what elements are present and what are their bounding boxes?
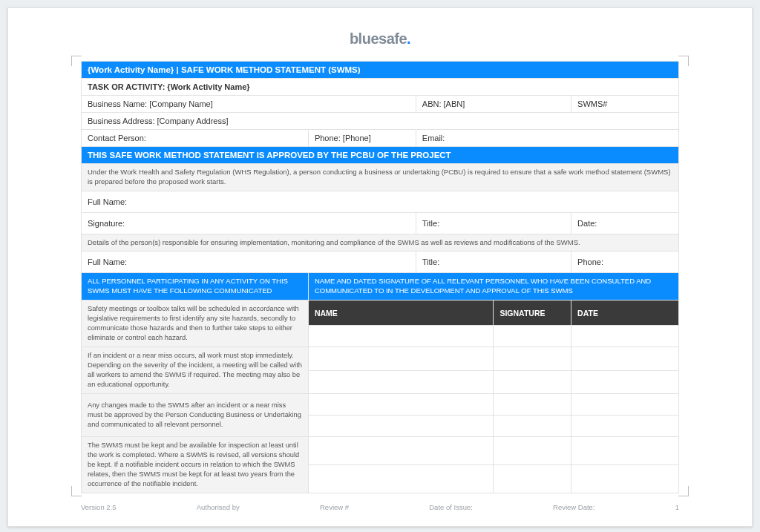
sig-row-name (308, 416, 494, 437)
footer-version: Version 2.5 (81, 503, 117, 511)
sig-head-date: DATE (571, 301, 679, 326)
approver-fullname: Full Name: (82, 191, 679, 212)
footer-reviewdate: Review Date: (553, 503, 595, 511)
sig-head-name: NAME (308, 301, 494, 326)
footer-issue: Date of Issue: (429, 503, 473, 511)
swms-table: {Work Activity Name} | SAFE WORK METHOD … (81, 61, 679, 493)
sig-row-signature (494, 347, 571, 371)
approver-title: Title: (416, 212, 571, 234)
sig-row-name (308, 394, 494, 416)
sig-row-date (571, 394, 679, 416)
footer-review: Review # (320, 503, 349, 511)
sig-row-date (571, 347, 679, 371)
responsible-fullname: Full Name: (82, 252, 416, 273)
approver-date: Date: (571, 212, 679, 234)
approver-signature: Signature: (82, 212, 416, 234)
sig-row-date (571, 465, 679, 493)
responsible-phone: Phone: (571, 252, 679, 273)
para-3: Any changes made to the SWMS after an in… (82, 394, 309, 437)
sig-row-date (571, 326, 679, 347)
business-name-cell: Business Name: [Company Name] (82, 96, 416, 113)
communication-right-header: NAME AND DATED SIGNATURE OF ALL RELEVANT… (308, 273, 678, 301)
phone-cell: Phone: [Phone] (308, 130, 416, 147)
contact-person-cell: Contact Person: (82, 130, 309, 147)
document-body: {Work Activity Name} | SAFE WORK METHOD … (81, 61, 679, 493)
sig-row-date (571, 416, 679, 437)
abn-cell: ABN: [ABN] (416, 96, 571, 113)
sig-row-signature (494, 416, 571, 437)
crop-mark-icon (71, 486, 82, 496)
whs-text: Under the Work Health and Safety Regulat… (82, 164, 679, 191)
sig-row-signature (494, 465, 571, 493)
sig-row-date (571, 437, 679, 465)
sig-head-signature: SIGNATURE (494, 301, 571, 326)
approval-bar: THIS SAFE WORK METHOD STATEMENT IS APPRO… (82, 147, 679, 164)
brand-logo: bluesafe. (8, 30, 752, 47)
footer-page: 1 (675, 503, 679, 511)
sig-row-signature (494, 437, 571, 465)
sig-row-name (308, 437, 494, 465)
crop-mark-icon (678, 56, 689, 66)
communication-left-header: ALL PERSONNEL PARTICIPATING IN ANY ACTIV… (82, 273, 309, 301)
brand-text: bluesafe (350, 30, 407, 47)
swms-number-cell: SWMS# (571, 96, 679, 113)
brand-dot: . (407, 30, 410, 47)
sig-row-signature (494, 370, 571, 394)
crop-mark-icon (678, 486, 689, 496)
para-1: Safety meetings or toolbox talks will be… (82, 301, 309, 347)
sig-row-name (308, 370, 494, 394)
page-footer: Version 2.5 Authorised by Review # Date … (81, 503, 679, 511)
responsible-text: Details of the person(s) responsible for… (82, 234, 679, 252)
task-row: TASK OR ACTIVITY: {Work Activity Name} (82, 79, 679, 96)
sig-row-signature (494, 326, 571, 347)
footer-auth: Authorised by (197, 503, 240, 511)
para-2: If an incident or a near miss occurs, al… (82, 347, 309, 394)
sig-row-name (308, 465, 494, 493)
sig-row-name (308, 326, 494, 347)
sig-row-name (308, 347, 494, 371)
responsible-title: Title: (416, 252, 571, 273)
email-cell: Email: (416, 130, 678, 147)
crop-mark-icon (71, 56, 82, 66)
sig-row-signature (494, 394, 571, 416)
business-address-cell: Business Address: [Company Address] (82, 113, 679, 130)
para-4: The SWMS must be kept and be available f… (82, 437, 309, 493)
title-bar: {Work Activity Name} | SAFE WORK METHOD … (82, 62, 679, 79)
sig-row-date (571, 370, 679, 394)
document-page: bluesafe. {Work Activity Name} | SAFE WO… (7, 7, 753, 527)
